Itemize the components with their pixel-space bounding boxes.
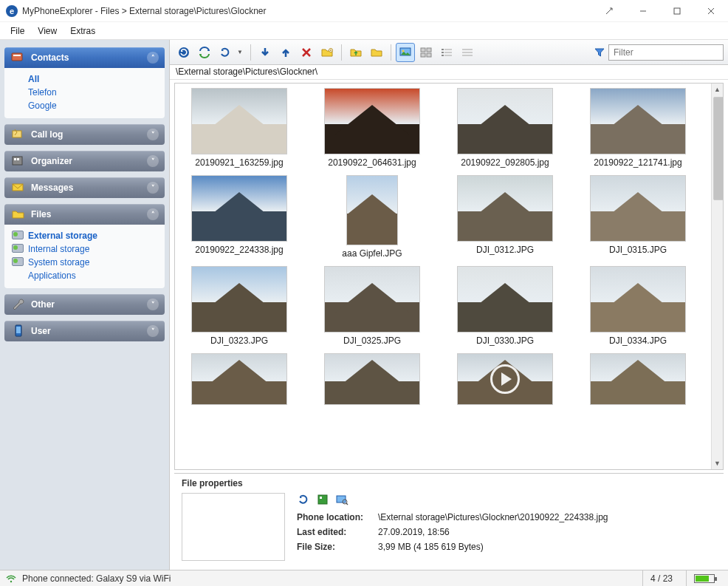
menu-file[interactable]: File bbox=[4, 24, 30, 38]
svg-rect-28 bbox=[318, 495, 327, 504]
file-item[interactable]: 20190922_121741.jpg bbox=[583, 88, 693, 168]
sidebar-label-contacts: Contacts bbox=[31, 52, 69, 63]
folder-open-button[interactable] bbox=[367, 43, 386, 62]
path-bar: \External storage\Pictures\Glockner\ bbox=[170, 65, 728, 80]
window-title: MyPhoneExplorer - Files > External stora… bbox=[22, 6, 592, 16]
thumbnail bbox=[191, 266, 287, 333]
refresh-preview-icon[interactable] bbox=[297, 493, 310, 506]
status-text: Phone connected: Galaxy S9 via WiFi bbox=[22, 573, 171, 584]
file-item[interactable] bbox=[583, 353, 693, 408]
file-item[interactable]: aaa Gipfel.JPG bbox=[317, 175, 427, 259]
sidebar-header-organizer[interactable]: Organizer ˅ bbox=[4, 151, 165, 171]
thumbnail bbox=[590, 88, 686, 154]
messages-icon bbox=[10, 181, 27, 194]
sidebar-item-system-storage[interactable]: System storage bbox=[12, 256, 157, 269]
sidebar-label-files: Files bbox=[31, 209, 51, 219]
wrench-icon bbox=[10, 298, 27, 311]
pin-button[interactable] bbox=[592, 0, 626, 22]
sidebar-panel-other: Other ˅ bbox=[4, 294, 165, 315]
svg-rect-26 bbox=[462, 52, 473, 53]
svg-rect-18 bbox=[427, 53, 431, 57]
file-name: DJI_0334.JPG bbox=[609, 335, 667, 346]
file-item[interactable]: DJI_0312.JPG bbox=[450, 175, 560, 259]
menu-view[interactable]: View bbox=[32, 24, 63, 38]
status-bar: Phone connected: Galaxy S9 via WiFi 4 / … bbox=[0, 570, 728, 586]
drive-icon bbox=[12, 231, 24, 239]
file-item[interactable]: DJI_0323.JPG bbox=[184, 266, 295, 346]
sidebar-item-internal-storage[interactable]: Internal storage bbox=[12, 242, 157, 256]
thumbnail bbox=[346, 175, 398, 245]
sidebar-header-calllog[interactable]: Call log ˅ bbox=[4, 124, 165, 145]
file-item[interactable]: DJI_0315.JPG bbox=[583, 175, 693, 259]
file-name: DJI_0323.JPG bbox=[210, 335, 268, 346]
file-item[interactable] bbox=[450, 353, 560, 408]
maximize-button[interactable] bbox=[660, 0, 694, 22]
scrollbar-thumb[interactable] bbox=[713, 97, 724, 200]
file-item[interactable]: 20190921_163259.jpg bbox=[184, 88, 295, 168]
scroll-up-button[interactable]: ▲ bbox=[712, 84, 723, 95]
window-controls bbox=[592, 0, 728, 22]
delete-button[interactable] bbox=[297, 43, 316, 62]
chevron-down-icon: ˅ bbox=[147, 155, 159, 167]
file-item[interactable]: 20190922_224338.jpg bbox=[184, 175, 295, 259]
view-large-icons-button[interactable] bbox=[396, 43, 415, 62]
scroll-down-button[interactable]: ▼ bbox=[712, 457, 723, 469]
view-icon[interactable] bbox=[335, 493, 348, 506]
filter-input[interactable] bbox=[608, 44, 724, 61]
calllog-icon bbox=[10, 128, 27, 141]
minimize-button[interactable] bbox=[626, 0, 660, 22]
sidebar-panel-calllog: Call log ˅ bbox=[4, 124, 165, 145]
sidebar-header-contacts[interactable]: Contacts ˄ bbox=[4, 47, 165, 68]
svg-rect-19 bbox=[442, 49, 444, 50]
sidebar-item-applications[interactable]: Applications bbox=[12, 269, 157, 282]
battery-indicator bbox=[686, 570, 722, 586]
file-item[interactable]: DJI_0330.JPG bbox=[450, 266, 560, 346]
file-name: 20190922_064631.jpg bbox=[328, 157, 416, 168]
sync2-button[interactable] bbox=[216, 43, 235, 62]
view-list-button[interactable] bbox=[437, 43, 456, 62]
separator bbox=[341, 44, 342, 61]
sidebar-label-user: User bbox=[31, 326, 51, 336]
folder-icon bbox=[10, 208, 27, 221]
new-folder-button[interactable] bbox=[317, 43, 337, 62]
menu-bar: File View Extras bbox=[0, 22, 728, 40]
folder-up-button[interactable] bbox=[346, 43, 365, 62]
sidebar-item-google[interactable]: Google bbox=[12, 99, 157, 112]
content-area: Contacts ˄ All Telefon Google Call log ˅… bbox=[0, 40, 728, 570]
sidebar-header-messages[interactable]: Messages ˅ bbox=[4, 177, 165, 198]
sidebar-item-telefon[interactable]: Telefon bbox=[12, 86, 157, 99]
info-icon[interactable] bbox=[316, 493, 329, 506]
close-button[interactable] bbox=[694, 0, 728, 22]
file-item[interactable]: 20190922_092805.jpg bbox=[450, 88, 560, 168]
sidebar-label-other: Other bbox=[31, 299, 55, 310]
file-item[interactable] bbox=[317, 353, 427, 408]
file-name: aaa Gipfel.JPG bbox=[342, 248, 402, 259]
phone-icon bbox=[10, 324, 27, 338]
sidebar-item-all[interactable]: All bbox=[12, 72, 157, 86]
svg-rect-23 bbox=[442, 55, 444, 56]
sidebar-header-user[interactable]: User ˅ bbox=[4, 321, 165, 341]
prop-key-size: File Size: bbox=[297, 542, 378, 552]
sidebar-header-files[interactable]: Files ˄ bbox=[4, 204, 165, 225]
file-grid[interactable]: 20190921_163259.jpg20190922_064631.jpg20… bbox=[175, 84, 711, 469]
file-item[interactable] bbox=[184, 353, 295, 408]
dropdown-arrow-icon[interactable]: ▼ bbox=[236, 49, 244, 55]
thumbnail bbox=[191, 88, 287, 154]
chevron-down-icon: ˅ bbox=[147, 129, 159, 140]
sync-button[interactable] bbox=[195, 43, 214, 62]
view-details-button[interactable] bbox=[458, 43, 477, 62]
file-item[interactable]: DJI_0325.JPG bbox=[317, 266, 427, 346]
sidebar-header-other[interactable]: Other ˅ bbox=[4, 294, 165, 315]
svg-rect-16 bbox=[427, 48, 431, 52]
file-item[interactable]: DJI_0334.JPG bbox=[583, 266, 693, 346]
file-name: DJI_0315.JPG bbox=[609, 245, 667, 255]
sidebar-item-external-storage[interactable]: External storage bbox=[12, 229, 157, 242]
sidebar-label-calllog: Call log bbox=[31, 129, 63, 140]
refresh-button[interactable] bbox=[174, 43, 193, 62]
view-small-icons-button[interactable] bbox=[416, 43, 436, 62]
file-item[interactable]: 20190922_064631.jpg bbox=[317, 88, 427, 168]
menu-extras[interactable]: Extras bbox=[64, 24, 101, 38]
upload-button[interactable] bbox=[276, 43, 295, 62]
scrollbar[interactable]: ▲ ▼ bbox=[711, 84, 723, 469]
download-button[interactable] bbox=[255, 43, 275, 62]
